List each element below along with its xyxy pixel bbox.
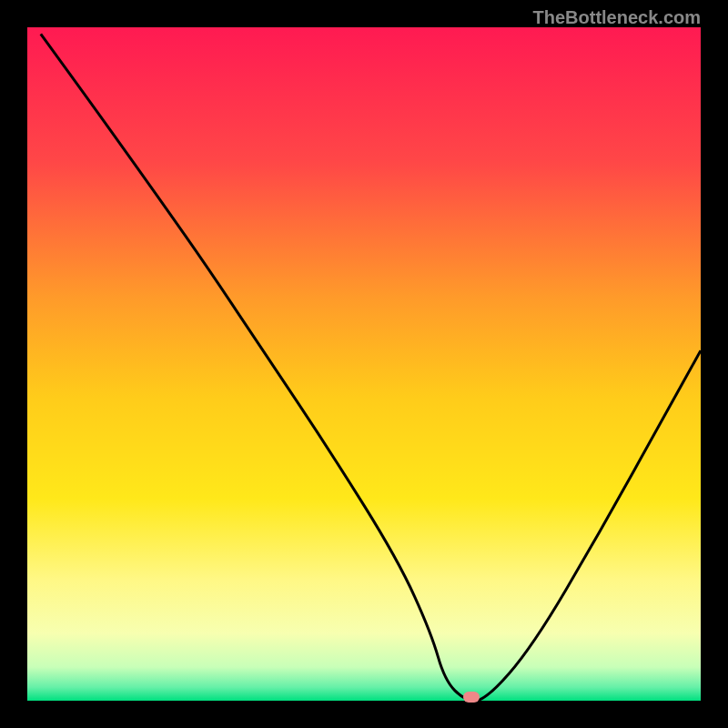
optimal-point-marker — [463, 692, 480, 703]
chart-plot-area — [27, 27, 701, 701]
watermark-text: TheBottleneck.com — [533, 7, 701, 28]
bottleneck-curve — [27, 27, 701, 701]
